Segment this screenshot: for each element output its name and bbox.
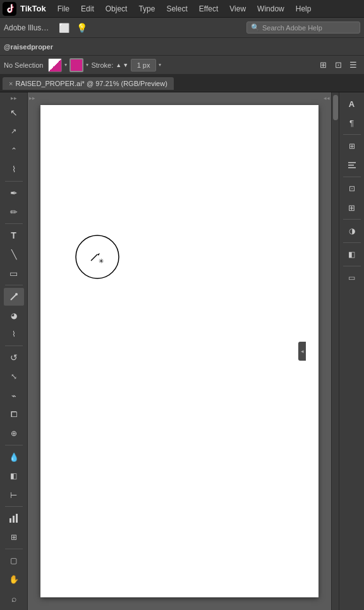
- svg-line-7: [91, 254, 97, 261]
- stroke-up-arrow[interactable]: ▲: [116, 62, 121, 68]
- lightbulb-btn[interactable]: 💡: [74, 20, 89, 35]
- para-panel-btn[interactable]: ¶: [342, 114, 362, 132]
- hand-btn[interactable]: ✋: [4, 571, 24, 588]
- rect-btn[interactable]: ▭: [4, 265, 24, 282]
- app-name-label: Adobe Illus…: [4, 23, 49, 32]
- control-bar: No Selection ▾ ▾ Stroke: ▲ ▼ 1 px ▾ ⊞ ⊡ …: [0, 56, 364, 75]
- zoom-btn[interactable]: ⌕: [4, 590, 24, 607]
- right-panel-expand[interactable]: ◂◂: [324, 95, 330, 101]
- side-expand-handle[interactable]: ◂: [298, 342, 306, 361]
- artboard-btn[interactable]: ▢: [4, 552, 24, 570]
- slice-btn[interactable]: ⊞: [4, 528, 24, 546]
- type-tool-btn[interactable]: T: [4, 227, 24, 244]
- align-icons-group: ⊞ ⊡ ☰: [316, 58, 360, 72]
- menu-object[interactable]: Object: [100, 3, 133, 15]
- measure-btn[interactable]: ⊢: [4, 486, 24, 504]
- menu-help[interactable]: Help: [291, 3, 317, 15]
- menu-bar: TikTok File Edit Object Type Select Effe…: [0, 0, 364, 18]
- line-btn[interactable]: ╲: [4, 246, 24, 263]
- svg-point-2: [15, 293, 18, 296]
- tool-sep-6: [5, 506, 23, 507]
- canvas-area[interactable]: ▸▸ ◂◂ ✳: [28, 92, 339, 610]
- toolbox-expand-top[interactable]: ▸▸: [11, 95, 17, 101]
- fill-color-chip[interactable]: [48, 58, 62, 72]
- lasso-btn[interactable]: ⌇: [4, 161, 24, 178]
- stroke-down-arrow[interactable]: ▼: [123, 62, 128, 68]
- right-sep-1: [343, 134, 361, 135]
- table-panel-btn[interactable]: ⊞: [342, 137, 362, 155]
- search-input[interactable]: [262, 24, 351, 32]
- tool-sep-3: [5, 285, 23, 285]
- stroke-label: Stroke:: [91, 61, 113, 69]
- document-tab[interactable]: × RAISED_PROPER.ai* @ 97.21% (RGB/Previe…: [3, 77, 174, 90]
- vertical-scrollbar[interactable]: [331, 92, 339, 610]
- menu-window[interactable]: Window: [252, 3, 289, 15]
- tool-sep-5: [5, 445, 23, 445]
- rotate-btn[interactable]: ↺: [4, 349, 24, 366]
- main-area: ▸▸ ↗ ⌃ ⌇ ✒ ✏ T ╲ ▭ ◕ ⌇ ↺ ⤡ ⌁ ⧠ ⊕ 💧 ◧ ⊢: [0, 92, 364, 610]
- appearance-btn[interactable]: ◧: [342, 246, 362, 263]
- eyedropper-btn[interactable]: 💧: [4, 448, 24, 466]
- drawing-circle: ✳: [72, 232, 123, 284]
- free-transform-btn[interactable]: ⧠: [4, 406, 24, 423]
- gradient-btn[interactable]: ◧: [4, 467, 24, 485]
- menu-file[interactable]: File: [52, 3, 75, 15]
- transparency-btn[interactable]: ◑: [342, 222, 362, 240]
- blob-brush-btn[interactable]: ◕: [4, 307, 24, 325]
- tab-bar: × RAISED_PROPER.ai* @ 97.21% (RGB/Previe…: [0, 75, 364, 92]
- stroke-color-chip[interactable]: [70, 58, 83, 72]
- document-canvas: ✳: [40, 105, 318, 597]
- brush-tool-btn[interactable]: [4, 288, 24, 306]
- scroll-thumb[interactable]: [333, 95, 338, 120]
- pen-tool-btn[interactable]: ✒: [4, 184, 24, 202]
- svg-point-6: [76, 235, 119, 278]
- menu-select[interactable]: Select: [161, 3, 192, 15]
- right-sep-2: [343, 177, 361, 177]
- transform-panel-btn[interactable]: ⊡: [342, 180, 362, 197]
- tiktok-logo[interactable]: [3, 2, 16, 16]
- tool-sep-1: [5, 181, 23, 182]
- right-sep-5: [343, 266, 361, 266]
- menu-effect[interactable]: Effect: [194, 3, 223, 15]
- svg-marker-8: [97, 253, 100, 256]
- left-toolbox: ▸▸ ↗ ⌃ ⌇ ✒ ✏ T ╲ ▭ ◕ ⌇ ↺ ⤡ ⌁ ⧠ ⊕ 💧 ◧ ⊢: [0, 92, 28, 610]
- puppet-warp-btn[interactable]: ⊕: [4, 425, 24, 442]
- right-sep-3: [343, 219, 361, 220]
- user-handle: @raisedproper: [4, 43, 53, 51]
- tool-sep-2: [5, 223, 23, 224]
- panel-bottom-1[interactable]: ▭: [342, 269, 362, 287]
- width-tool-btn[interactable]: ⌇: [4, 325, 24, 343]
- align-btn-2[interactable]: ⊡: [331, 58, 345, 72]
- menu-type[interactable]: Type: [133, 3, 160, 15]
- toolbar-row2: Adobe Illus… ⬜ 💡 🔍: [0, 18, 364, 38]
- stroke-value-dropdown[interactable]: ▾: [159, 62, 161, 68]
- display-mode-btn[interactable]: ⬜: [56, 20, 71, 35]
- tab-close-btn[interactable]: ×: [9, 80, 13, 87]
- svg-rect-4: [13, 516, 15, 523]
- scale-btn[interactable]: ⤡: [4, 368, 24, 385]
- selection-status: No Selection: [4, 61, 43, 69]
- pathfinder-btn[interactable]: ⊞: [342, 199, 362, 216]
- align-btn-1[interactable]: ⊞: [316, 58, 330, 72]
- selection-tool-btn[interactable]: [4, 104, 24, 121]
- fill-dropdown-arrow[interactable]: ▾: [64, 62, 67, 68]
- svg-rect-5: [16, 514, 18, 523]
- type-panel-btn[interactable]: A: [342, 95, 362, 113]
- stroke-value[interactable]: 1 px: [131, 59, 156, 72]
- tool-sep-7: [5, 549, 23, 549]
- pencil-btn[interactable]: ✏: [4, 203, 24, 221]
- svg-text:✳: ✳: [99, 258, 104, 265]
- direct-selection-btn[interactable]: ↗: [4, 123, 24, 140]
- anchor-point-btn[interactable]: ⌃: [4, 142, 24, 159]
- left-panel-expand[interactable]: ▸▸: [29, 95, 35, 101]
- graph-btn[interactable]: [4, 509, 24, 527]
- tab-filename: RAISED_PROPER.ai* @ 97.21% (RGB/Preview): [15, 80, 167, 87]
- warp-btn[interactable]: ⌁: [4, 387, 24, 404]
- right-sep-4: [343, 242, 361, 243]
- menu-edit[interactable]: Edit: [76, 3, 99, 15]
- align-panel-btn[interactable]: [342, 156, 362, 174]
- menu-view[interactable]: View: [224, 3, 251, 15]
- stroke-dropdown-arrow[interactable]: ▾: [86, 62, 88, 68]
- align-btn-3[interactable]: ☰: [346, 58, 360, 72]
- search-icon: 🔍: [251, 23, 260, 32]
